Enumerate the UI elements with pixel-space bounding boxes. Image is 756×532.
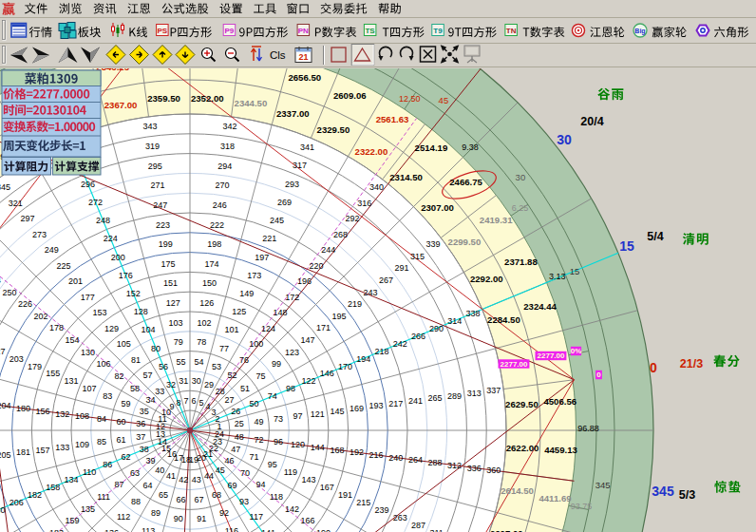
svg-text:336: 336 <box>467 464 482 473</box>
svg-text:105: 105 <box>117 339 131 349</box>
svg-text:85: 85 <box>97 437 106 446</box>
svg-text:84: 84 <box>97 414 106 424</box>
svg-text:93: 93 <box>239 497 249 506</box>
svg-text:5/4: 5/4 <box>647 230 663 243</box>
svg-text:151: 151 <box>163 278 178 288</box>
svg-text:242: 242 <box>393 339 407 349</box>
svg-text:2561.63: 2561.63 <box>376 114 409 124</box>
svg-text:2299.50: 2299.50 <box>448 237 482 247</box>
svg-text:113: 113 <box>142 526 155 532</box>
svg-text:2419.31: 2419.31 <box>480 215 513 225</box>
svg-text:177: 177 <box>81 293 95 302</box>
svg-text:75: 75 <box>255 371 265 381</box>
svg-text:244: 244 <box>321 245 335 255</box>
svg-text:57: 57 <box>143 370 153 380</box>
svg-text:249: 249 <box>45 245 59 255</box>
svg-text:243: 243 <box>363 288 377 297</box>
svg-text:102: 102 <box>197 318 211 328</box>
svg-text:0: 0 <box>596 370 601 379</box>
svg-text:0%: 0% <box>571 347 582 355</box>
svg-text:294: 294 <box>217 162 232 171</box>
svg-text:263: 263 <box>393 513 407 522</box>
svg-text:56: 56 <box>159 362 168 371</box>
svg-text:101: 101 <box>224 325 238 334</box>
svg-text:4459.13: 4459.13 <box>544 445 577 455</box>
svg-text:95: 95 <box>268 460 277 469</box>
svg-text:266: 266 <box>411 332 425 341</box>
svg-text:170: 170 <box>338 362 352 371</box>
svg-text:66: 66 <box>176 495 185 504</box>
svg-text:265: 265 <box>427 393 442 403</box>
svg-text:216: 216 <box>369 450 384 460</box>
svg-text:220: 220 <box>310 261 324 271</box>
svg-text:132: 132 <box>55 409 69 419</box>
svg-text:124: 124 <box>261 324 275 333</box>
svg-text:292: 292 <box>346 214 360 223</box>
svg-text:199: 199 <box>159 239 173 249</box>
svg-text:226: 226 <box>18 299 32 309</box>
svg-text:TS: TS <box>365 27 375 35</box>
svg-text:109: 109 <box>75 440 89 449</box>
svg-text:2322.00: 2322.00 <box>355 146 388 157</box>
svg-text:340: 340 <box>369 182 384 192</box>
svg-text:99: 99 <box>272 359 281 369</box>
svg-text:129: 129 <box>104 324 119 333</box>
svg-text:2277.00: 2277.00 <box>538 352 565 360</box>
svg-text:96: 96 <box>274 437 283 446</box>
svg-text:2324.44: 2324.44 <box>523 301 557 312</box>
svg-text:81: 81 <box>131 355 141 365</box>
svg-text:50: 50 <box>249 399 258 408</box>
svg-text:203: 203 <box>9 354 24 364</box>
svg-text:41: 41 <box>166 471 176 481</box>
svg-text:215: 215 <box>356 498 370 507</box>
svg-text:52: 52 <box>227 370 236 380</box>
svg-text:47: 47 <box>231 445 240 454</box>
svg-text:111: 111 <box>97 492 110 502</box>
svg-text:147: 147 <box>300 335 314 345</box>
svg-text:174: 174 <box>205 259 219 269</box>
svg-text:150: 150 <box>202 278 217 288</box>
svg-text:122: 122 <box>302 376 316 386</box>
svg-text:2292.00: 2292.00 <box>470 274 503 284</box>
svg-text:142: 142 <box>285 504 299 514</box>
svg-text:176: 176 <box>119 271 133 280</box>
svg-text:290: 290 <box>429 324 444 333</box>
svg-text:128: 128 <box>134 307 148 316</box>
svg-text:25: 25 <box>235 419 244 428</box>
svg-text:123: 123 <box>285 348 299 357</box>
svg-text:Cls: Cls <box>270 49 286 61</box>
svg-text:4411.69: 4411.69 <box>539 493 571 504</box>
svg-text:219: 219 <box>348 299 362 309</box>
svg-text:182: 182 <box>28 490 42 500</box>
svg-text:TN: TN <box>506 27 517 35</box>
svg-text:9.38: 9.38 <box>462 142 479 152</box>
svg-text:24: 24 <box>215 429 224 439</box>
svg-text:218: 218 <box>374 347 388 356</box>
svg-text:30: 30 <box>557 132 572 147</box>
svg-text:35: 35 <box>140 407 149 416</box>
svg-text:315: 315 <box>410 252 425 261</box>
svg-text:198: 198 <box>207 239 221 249</box>
svg-text:146: 146 <box>320 369 334 378</box>
svg-text:88: 88 <box>131 497 141 506</box>
svg-text:264: 264 <box>408 455 423 465</box>
svg-text:106: 106 <box>97 359 111 369</box>
svg-text:119: 119 <box>284 467 297 477</box>
svg-text:337: 337 <box>486 386 501 395</box>
svg-text:2514.19: 2514.19 <box>415 142 448 153</box>
svg-text:2277.00: 2277.00 <box>501 360 528 369</box>
svg-text:92: 92 <box>219 508 229 518</box>
svg-text:Big: Big <box>634 28 645 35</box>
svg-text:69: 69 <box>227 481 236 490</box>
svg-text:PN: PN <box>298 27 309 35</box>
svg-text:3.13: 3.13 <box>549 272 566 281</box>
svg-text:172: 172 <box>285 293 299 302</box>
svg-text:43: 43 <box>192 475 201 484</box>
svg-text:2344.50: 2344.50 <box>235 98 268 108</box>
svg-text:45: 45 <box>216 466 225 475</box>
svg-text:196: 196 <box>297 276 312 286</box>
svg-text:73: 73 <box>274 414 283 424</box>
svg-text:40: 40 <box>155 466 164 475</box>
svg-text:26: 26 <box>231 407 240 416</box>
svg-text:247: 247 <box>153 200 167 210</box>
